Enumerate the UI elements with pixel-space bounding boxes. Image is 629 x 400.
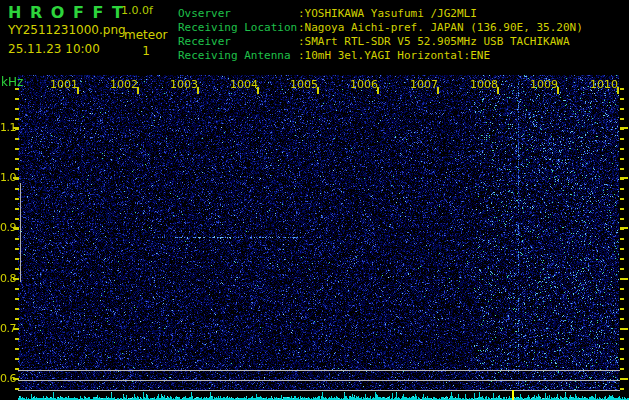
info-row-antenna: Receiving Antenna:10mH 3el.YAGI Horizont… [178, 49, 583, 63]
x-tick-label: 1007 [410, 79, 436, 91]
y-minor-tick-right [620, 238, 624, 240]
reference-line-0p62khz [18, 370, 620, 371]
y-minor-tick [15, 268, 19, 270]
x-tick-label: 1008 [470, 79, 496, 91]
y-minor-tick-right [620, 308, 624, 310]
y-minor-tick-right [620, 88, 624, 90]
y-minor-tick-right [620, 248, 624, 250]
y-minor-tick [15, 318, 19, 320]
y-minor-tick [15, 188, 19, 190]
y-minor-tick-right [620, 128, 624, 130]
y-minor-tick [15, 298, 19, 300]
x-tick-label: 1003 [170, 79, 196, 91]
station-info: Ovserver:YOSHIKAWA Yasufumi /JG2MLI Rece… [178, 7, 583, 63]
mode-label: meteor [124, 28, 167, 42]
y-minor-tick [15, 158, 19, 160]
y-minor-tick [15, 138, 19, 140]
y-minor-tick [15, 238, 19, 240]
app-version: 1.0.0f [121, 4, 153, 17]
y-minor-tick [15, 218, 19, 220]
y-minor-tick-right [620, 108, 624, 110]
info-value: :Nagoya Aichi-pref. JAPAN (136.90E, 35.2… [298, 21, 583, 34]
y-minor-tick [15, 118, 19, 120]
y-minor-tick [15, 98, 19, 100]
y-tick-label: 1.1 [0, 122, 14, 134]
y-minor-tick-right [620, 218, 624, 220]
x-tick-label: 1005 [290, 79, 316, 91]
x-tick-label: 1009 [530, 79, 556, 91]
y-minor-tick [15, 358, 19, 360]
y-minor-tick [15, 348, 19, 350]
y-minor-tick-right [620, 198, 624, 200]
y-minor-tick-right [620, 178, 624, 180]
y-tick-label: 1.0 [0, 172, 14, 184]
meter-time-marker [512, 390, 514, 400]
info-value: :10mH 3el.YAGI Horizontal:ENE [298, 49, 490, 62]
x-tick-label: 1002 [110, 79, 136, 91]
y-minor-tick-right [620, 208, 624, 210]
y-minor-tick [15, 148, 19, 150]
x-tick-label: 1001 [50, 79, 76, 91]
y-minor-tick [15, 258, 19, 260]
y-minor-tick-right [620, 388, 624, 390]
spectrogram-canvas [18, 75, 629, 400]
y-tick-label: 0.8 [0, 273, 14, 285]
y-minor-tick-right [620, 268, 624, 270]
y-minor-tick [15, 288, 19, 290]
y-minor-tick-right [620, 158, 624, 160]
reference-line-0p60khz [18, 380, 620, 381]
y-minor-tick [15, 108, 19, 110]
x-tick-label: 1006 [350, 79, 376, 91]
y-minor-tick [15, 248, 19, 250]
info-row-location: Receiving Location:Nagoya Aichi-pref. JA… [178, 21, 583, 35]
y-minor-tick-right [620, 328, 624, 330]
y-minor-tick [15, 168, 19, 170]
app-title: H R O F F T [8, 3, 124, 22]
y-minor-tick-right [620, 338, 624, 340]
y-minor-tick-right [620, 258, 624, 260]
y-minor-tick [15, 198, 19, 200]
info-value: :SMArt RTL-SDR V5 52.905MHz USB TACHIKAW… [298, 35, 570, 48]
y-minor-tick [15, 308, 19, 310]
frame-datetime: 25.11.23 10:00 [8, 42, 100, 56]
y-tick-label: 0.6 [0, 373, 14, 385]
y-minor-tick-right [620, 278, 624, 280]
y-minor-tick-right [620, 98, 624, 100]
info-label: Receiver [178, 35, 298, 49]
y-minor-tick-right [620, 228, 624, 230]
x-tick-label: 1010 [590, 79, 616, 91]
y-minor-tick-right [620, 138, 624, 140]
y-axis-unit-label: kHz [1, 75, 23, 89]
y-minor-tick [15, 208, 19, 210]
y-tick-label: 0.9 [0, 222, 14, 234]
y-minor-tick-right [620, 348, 624, 350]
info-label: Receiving Location [178, 21, 298, 35]
left-reference-line [20, 183, 21, 282]
y-tick-label: 0.7 [0, 323, 14, 335]
output-filename: YY2511231000.png [8, 23, 126, 37]
y-minor-tick-right [620, 288, 624, 290]
y-minor-tick-right [620, 368, 624, 370]
y-minor-tick-right [620, 188, 624, 190]
y-minor-tick-right [620, 298, 624, 300]
y-minor-tick-right [620, 168, 624, 170]
info-label: Receiving Antenna [178, 49, 298, 63]
reference-line-0p58khz [18, 390, 620, 391]
info-row-observer: Ovserver:YOSHIKAWA Yasufumi /JG2MLI [178, 7, 583, 21]
channel-number: 1 [124, 44, 168, 58]
info-row-receiver: Receiver:SMArt RTL-SDR V5 52.905MHz USB … [178, 35, 583, 49]
y-minor-tick-right [620, 148, 624, 150]
hrofft-window: H R O F F T 1.0.0f YY2511231000.png mete… [0, 0, 629, 400]
info-label: Ovserver [178, 7, 298, 21]
y-minor-tick-right [620, 318, 624, 320]
y-minor-tick-right [620, 358, 624, 360]
y-minor-tick [15, 338, 19, 340]
y-minor-tick-right [620, 378, 624, 380]
info-value: :YOSHIKAWA Yasufumi /JG2MLI [298, 7, 477, 20]
x-tick-label: 1004 [230, 79, 256, 91]
y-minor-tick-right [620, 118, 624, 120]
